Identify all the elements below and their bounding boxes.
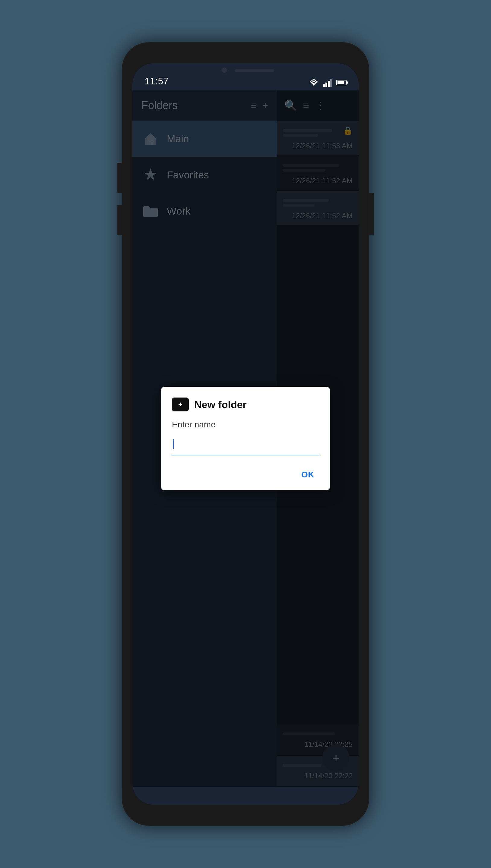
phone-outer: 11:57 — [122, 42, 369, 826]
wifi-icon — [308, 79, 319, 87]
screen: 11:57 — [133, 63, 358, 805]
volume-up-button[interactable] — [117, 163, 122, 193]
folder-name-input[interactable] — [174, 437, 318, 451]
dialog-actions: OK — [172, 467, 319, 482]
dialog-title: New folder — [194, 399, 247, 410]
status-time: 11:57 — [144, 76, 169, 87]
speaker-grill — [235, 69, 274, 72]
volume-down-button[interactable] — [117, 205, 122, 235]
front-camera — [222, 67, 227, 73]
dialog-input-wrap — [172, 434, 319, 456]
svg-rect-1 — [325, 83, 327, 87]
dialog-ok-button[interactable]: OK — [296, 467, 319, 482]
dialog-title-row: New folder — [172, 398, 319, 411]
dialog-input-area[interactable] — [172, 434, 319, 454]
status-icons — [308, 79, 347, 87]
dialog-folder-icon — [172, 398, 189, 411]
power-button[interactable] — [369, 193, 374, 235]
app-content: Folders ≡ + Main — [133, 90, 358, 786]
bottom-bar — [133, 786, 358, 805]
signal-icon — [323, 79, 333, 87]
battery-icon — [336, 80, 347, 85]
new-folder-dialog: New folder Enter name OK — [161, 387, 330, 490]
svg-rect-3 — [330, 79, 332, 87]
dialog-overlay: New folder Enter name OK — [133, 90, 358, 786]
svg-rect-2 — [328, 81, 330, 87]
svg-rect-0 — [323, 84, 325, 87]
status-bar: 11:57 — [133, 63, 358, 90]
dialog-label: Enter name — [172, 420, 319, 430]
phone-inner: 11:57 — [133, 63, 358, 805]
